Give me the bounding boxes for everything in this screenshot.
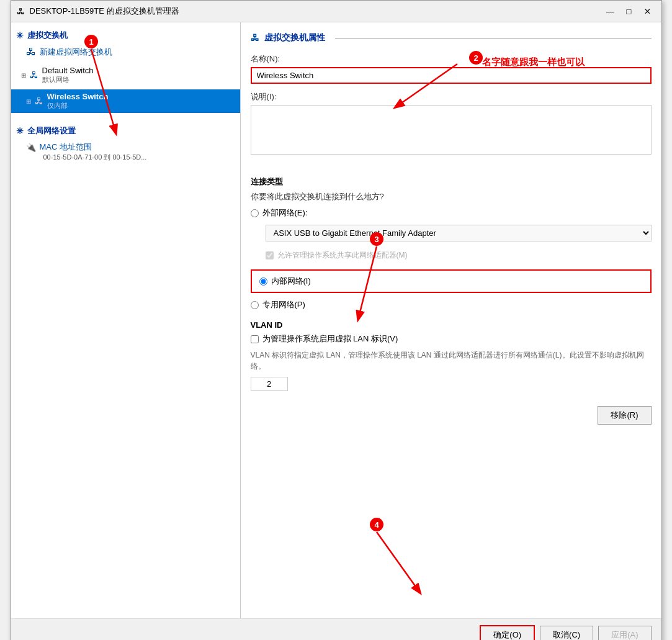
external-network-radio-item: 外部网络(E): — [251, 207, 652, 219]
maximize-button[interactable]: □ — [620, 4, 638, 18]
default-switch-group: ⊞ 🖧 Default Switch 默认网络 — [11, 61, 240, 89]
private-network-radio-item: 专用网络(P) — [251, 299, 652, 310]
wireless-switch-icon: 🖧 — [35, 96, 43, 106]
vlan-checkbox-label: 为管理操作系统启用虚拟 LAN 标识(V) — [262, 333, 398, 345]
default-switch-item[interactable]: ⊞ 🖧 Default Switch 默认网络 — [11, 63, 240, 87]
vlan-section: VLAN ID 为管理操作系统启用虚拟 LAN 标识(V) VLAN 标识符指定… — [251, 320, 652, 391]
main-content: ✳ 虚拟交换机 🖧 新建虚拟网络交换机 ⊞ 🖧 Default Switch — [11, 22, 661, 618]
props-header: 🖧 虚拟交换机属性 — [251, 32, 652, 43]
apply-button[interactable]: 应用(A) — [598, 626, 651, 640]
internal-network-label[interactable]: 内部网络(I) — [271, 276, 311, 287]
wireless-expand-icon: ⊞ — [26, 98, 31, 105]
ct-subtitle: 你要将此虚拟交换机连接到什么地方? — [251, 191, 652, 202]
connection-type-section: 连接类型 你要将此虚拟交换机连接到什么地方? 外部网络(E): ASIX USB… — [251, 176, 652, 310]
desc-label: 说明(I): — [251, 91, 652, 102]
wireless-switch-item[interactable]: ⊞ 🖧 Wireless Switch 仅内部 — [11, 89, 240, 113]
bottom-bar: 确定(O) 取消(C) 应用(A) — [11, 618, 661, 640]
internal-network-radio[interactable] — [259, 277, 267, 286]
allow-os-share-checkbox[interactable] — [266, 251, 274, 259]
radio-group: 外部网络(E): ASIX USB to Gigabit Ethernet Fa… — [251, 207, 652, 310]
ok-button[interactable]: 确定(O) — [480, 625, 535, 640]
vlan-checkbox-row: 为管理操作系统启用虚拟 LAN 标识(V) — [251, 333, 652, 345]
global-star-icon: ✳ — [16, 126, 24, 136]
default-switch-icon: 🖧 — [30, 70, 38, 80]
close-button[interactable]: ✕ — [639, 4, 656, 18]
private-network-label[interactable]: 专用网络(P) — [262, 299, 305, 310]
mac-section[interactable]: 🔌 MAC 地址范围 00-15-5D-0A-71-00 到 00-15-5D.… — [11, 139, 240, 165]
right-panel: 🖧 虚拟交换机属性 名称(N): 说明(I): 连接类型 你要将此虚拟交换机连接… — [241, 22, 661, 618]
allow-os-share-label: 允许管理操作系统共享此网络适配器(M) — [277, 250, 408, 261]
props-title: 虚拟交换机属性 — [264, 32, 325, 43]
internal-network-radio-item: 内部网络(I) — [259, 276, 643, 287]
window-controls: — □ ✕ — [602, 4, 656, 18]
network-star-icon: ✳ — [16, 30, 24, 40]
title-bar: 🖧 DESKTOP-1LB59TE 的虚拟交换机管理器 — □ ✕ — [11, 1, 661, 22]
internal-network-box: 内部网络(I) — [251, 269, 652, 293]
private-network-radio[interactable] — [251, 301, 259, 309]
window-icon: 🖧 — [16, 6, 26, 16]
global-settings-header[interactable]: ✳ 全局网络设置 — [11, 123, 240, 139]
adapter-dropdown[interactable]: ASIX USB to Gigabit Ethernet Family Adap… — [266, 225, 652, 241]
new-switch-icon: 🖧 — [26, 47, 36, 58]
mac-icon: 🔌 — [26, 143, 36, 152]
main-window: 🖧 DESKTOP-1LB59TE 的虚拟交换机管理器 — □ ✕ ✳ 虚拟交换… — [11, 0, 662, 640]
virtual-switch-section-header: ✳ 虚拟交换机 — [11, 27, 240, 43]
mac-range-text: 00-15-5D-0A-71-00 到 00-15-5D... — [26, 153, 225, 162]
adapter-dropdown-row: ASIX USB to Gigabit Ethernet Family Adap… — [266, 225, 652, 241]
vlan-desc: VLAN 标识符指定虚拟 LAN，管理操作系统使用该 LAN 通过此网络适配器进… — [251, 349, 652, 372]
external-network-label[interactable]: 外部网络(E): — [262, 207, 308, 219]
allow-os-share-row: 允许管理操作系统共享此网络适配器(M) — [251, 248, 652, 263]
vlan-checkbox[interactable] — [251, 335, 259, 343]
left-panel: ✳ 虚拟交换机 🖧 新建虚拟网络交换机 ⊞ 🖧 Default Switch — [11, 22, 241, 618]
name-input[interactable] — [251, 67, 652, 84]
window-title: DESKTOP-1LB59TE 的虚拟交换机管理器 — [30, 6, 179, 17]
cancel-button[interactable]: 取消(C) — [540, 626, 593, 640]
new-switch-item[interactable]: 🖧 新建虚拟网络交换机 — [11, 43, 240, 61]
props-icon: 🖧 — [251, 33, 259, 43]
remove-button[interactable]: 移除(R) — [598, 406, 651, 425]
external-network-radio[interactable] — [251, 209, 259, 217]
vlan-input[interactable] — [251, 377, 288, 391]
ct-title: 连接类型 — [251, 176, 652, 187]
expand-icon: ⊞ — [21, 72, 26, 79]
name-label: 名称(N): — [251, 53, 652, 65]
section-divider — [335, 38, 652, 38]
desc-textarea[interactable] — [251, 105, 652, 155]
minimize-button[interactable]: — — [602, 4, 619, 18]
vlan-title: VLAN ID — [251, 320, 652, 330]
